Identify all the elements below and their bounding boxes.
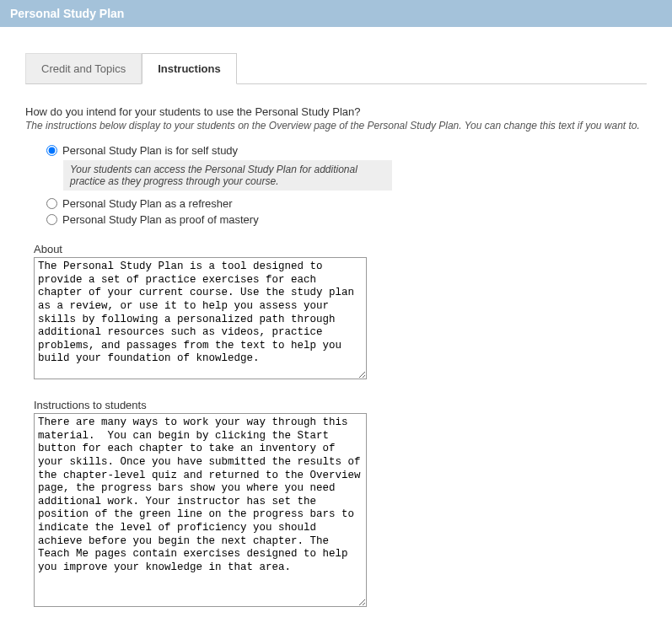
usage-radio-group: Personal Study Plan is for self study Yo…: [46, 144, 647, 226]
about-block: About: [34, 243, 647, 382]
radio-refresher[interactable]: [46, 198, 57, 209]
about-textarea[interactable]: [34, 257, 367, 379]
tab-strip: Credit and Topics Instructions: [25, 52, 647, 84]
radio-row-refresher: Personal Study Plan as a refresher: [46, 197, 647, 210]
page-title: Personal Study Plan: [10, 7, 124, 20]
instructions-block: Instructions to students: [34, 399, 647, 609]
about-label: About: [34, 243, 647, 255]
radio-label-mastery[interactable]: Personal Study Plan as proof of mastery: [62, 213, 259, 226]
helper-text: The instructions below display to your s…: [25, 120, 647, 132]
radio-desc-selfstudy: Your students can access the Personal St…: [63, 160, 392, 191]
tab-credit-and-topics[interactable]: Credit and Topics: [25, 53, 142, 84]
page-header: Personal Study Plan: [0, 0, 672, 27]
instructions-textarea[interactable]: [34, 413, 367, 607]
tab-label: Credit and Topics: [41, 62, 126, 75]
tab-label: Instructions: [158, 62, 220, 75]
tab-instructions[interactable]: Instructions: [142, 53, 236, 84]
question-heading: How do you intend for your students to u…: [25, 105, 647, 118]
content-area: Credit and Topics Instructions How do yo…: [0, 52, 672, 626]
radio-row-selfstudy: Personal Study Plan is for self study: [46, 144, 647, 157]
radio-mastery[interactable]: [46, 214, 57, 225]
instructions-label: Instructions to students: [34, 399, 647, 411]
radio-label-refresher[interactable]: Personal Study Plan as a refresher: [62, 197, 233, 210]
radio-label-selfstudy[interactable]: Personal Study Plan is for self study: [62, 144, 238, 157]
radio-row-mastery: Personal Study Plan as proof of mastery: [46, 213, 647, 226]
radio-selfstudy[interactable]: [46, 145, 57, 156]
